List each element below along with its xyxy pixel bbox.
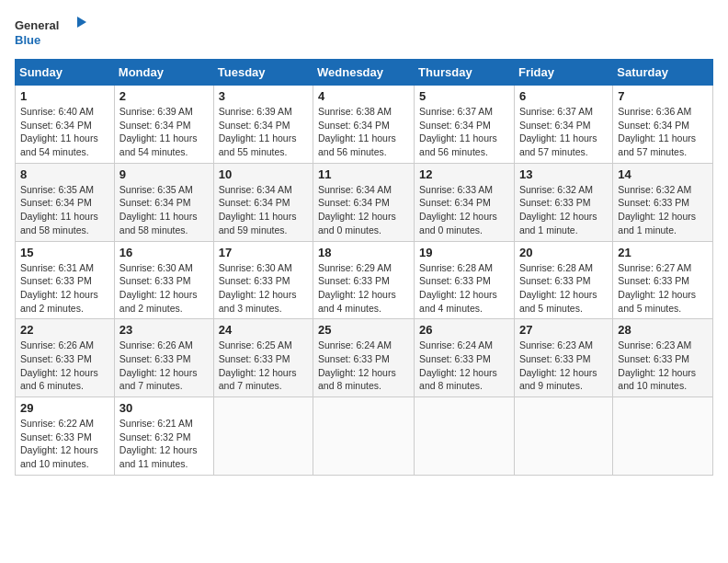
day-number: 3 — [219, 89, 308, 103]
calendar-cell: 21Sunrise: 6:27 AM Sunset: 6:33 PM Dayli… — [613, 241, 713, 319]
day-info: Sunrise: 6:35 AM Sunset: 6:34 PM Dayligh… — [20, 183, 109, 237]
calendar-cell — [415, 397, 515, 476]
calendar-cell — [514, 397, 612, 476]
calendar-cell: 13Sunrise: 6:32 AM Sunset: 6:33 PM Dayli… — [514, 163, 612, 241]
logo: General Blue — [15, 15, 88, 52]
col-tuesday: Tuesday — [213, 60, 313, 86]
calendar-cell: 30Sunrise: 6:21 AM Sunset: 6:32 PM Dayli… — [114, 397, 213, 476]
calendar-cell: 26Sunrise: 6:24 AM Sunset: 6:33 PM Dayli… — [415, 319, 515, 397]
logo-svg: General Blue — [15, 15, 88, 52]
column-headers: SundayMondayTuesdayWednesdayThursdayFrid… — [16, 60, 713, 86]
day-number: 26 — [419, 323, 509, 337]
calendar-cell: 20Sunrise: 6:28 AM Sunset: 6:33 PM Dayli… — [514, 241, 612, 319]
col-sunday: Sunday — [16, 60, 115, 86]
day-number: 12 — [419, 167, 509, 181]
calendar-cell: 22Sunrise: 6:26 AM Sunset: 6:33 PM Dayli… — [16, 319, 115, 397]
day-info: Sunrise: 6:34 AM Sunset: 6:34 PM Dayligh… — [219, 183, 308, 237]
week-row-1: 1Sunrise: 6:40 AM Sunset: 6:34 PM Daylig… — [16, 86, 713, 164]
day-info: Sunrise: 6:34 AM Sunset: 6:34 PM Dayligh… — [318, 183, 409, 237]
day-info: Sunrise: 6:26 AM Sunset: 6:33 PM Dayligh… — [20, 339, 109, 393]
col-saturday: Saturday — [613, 60, 713, 86]
day-number: 25 — [318, 323, 409, 337]
day-number: 21 — [618, 246, 708, 259]
day-info: Sunrise: 6:36 AM Sunset: 6:34 PM Dayligh… — [618, 105, 708, 159]
svg-text:Blue: Blue — [15, 33, 40, 47]
calendar-cell: 28Sunrise: 6:23 AM Sunset: 6:33 PM Dayli… — [613, 319, 713, 397]
svg-marker-2 — [77, 17, 86, 28]
day-info: Sunrise: 6:40 AM Sunset: 6:34 PM Dayligh… — [20, 105, 109, 159]
calendar-cell: 6Sunrise: 6:37 AM Sunset: 6:34 PM Daylig… — [514, 86, 612, 164]
day-info: Sunrise: 6:27 AM Sunset: 6:33 PM Dayligh… — [618, 261, 708, 316]
day-info: Sunrise: 6:29 AM Sunset: 6:33 PM Dayligh… — [318, 261, 409, 316]
week-row-4: 22Sunrise: 6:26 AM Sunset: 6:33 PM Dayli… — [16, 319, 713, 397]
col-wednesday: Wednesday — [313, 60, 415, 86]
day-info: Sunrise: 6:23 AM Sunset: 6:33 PM Dayligh… — [519, 339, 608, 393]
week-row-3: 15Sunrise: 6:31 AM Sunset: 6:33 PM Dayli… — [16, 241, 713, 319]
calendar-cell: 10Sunrise: 6:34 AM Sunset: 6:34 PM Dayli… — [213, 163, 313, 241]
week-row-5: 29Sunrise: 6:22 AM Sunset: 6:33 PM Dayli… — [16, 397, 713, 476]
day-info: Sunrise: 6:32 AM Sunset: 6:33 PM Dayligh… — [519, 183, 608, 237]
day-number: 17 — [219, 246, 308, 259]
calendar-cell: 27Sunrise: 6:23 AM Sunset: 6:33 PM Dayli… — [514, 319, 612, 397]
day-number: 24 — [219, 323, 308, 337]
day-info: Sunrise: 6:26 AM Sunset: 6:33 PM Dayligh… — [119, 339, 209, 393]
day-number: 1 — [20, 89, 109, 103]
day-info: Sunrise: 6:39 AM Sunset: 6:34 PM Dayligh… — [219, 105, 308, 159]
day-number: 29 — [20, 401, 109, 415]
day-number: 6 — [519, 89, 608, 103]
day-info: Sunrise: 6:31 AM Sunset: 6:33 PM Dayligh… — [20, 261, 109, 316]
day-info: Sunrise: 6:24 AM Sunset: 6:33 PM Dayligh… — [419, 339, 509, 393]
day-number: 23 — [119, 323, 209, 337]
day-info: Sunrise: 6:28 AM Sunset: 6:33 PM Dayligh… — [419, 261, 509, 316]
day-number: 16 — [119, 246, 209, 259]
day-number: 18 — [318, 246, 409, 259]
day-number: 22 — [20, 323, 109, 337]
calendar-cell: 8Sunrise: 6:35 AM Sunset: 6:34 PM Daylig… — [16, 163, 115, 241]
col-friday: Friday — [514, 60, 612, 86]
calendar-cell: 3Sunrise: 6:39 AM Sunset: 6:34 PM Daylig… — [213, 86, 313, 164]
day-number: 9 — [119, 167, 209, 181]
calendar-cell: 16Sunrise: 6:30 AM Sunset: 6:33 PM Dayli… — [114, 241, 213, 319]
day-info: Sunrise: 6:23 AM Sunset: 6:33 PM Dayligh… — [618, 339, 708, 393]
calendar-cell: 23Sunrise: 6:26 AM Sunset: 6:33 PM Dayli… — [114, 319, 213, 397]
day-info: Sunrise: 6:33 AM Sunset: 6:34 PM Dayligh… — [419, 183, 509, 237]
day-number: 5 — [419, 89, 509, 103]
calendar-cell: 15Sunrise: 6:31 AM Sunset: 6:33 PM Dayli… — [16, 241, 115, 319]
day-number: 11 — [318, 167, 409, 181]
day-number: 2 — [119, 89, 209, 103]
calendar-cell: 5Sunrise: 6:37 AM Sunset: 6:34 PM Daylig… — [415, 86, 515, 164]
calendar-cell — [313, 397, 415, 476]
day-info: Sunrise: 6:37 AM Sunset: 6:34 PM Dayligh… — [519, 105, 608, 159]
page-header: General Blue — [15, 15, 713, 52]
day-number: 19 — [419, 246, 509, 259]
day-number: 14 — [618, 167, 708, 181]
day-info: Sunrise: 6:37 AM Sunset: 6:34 PM Dayligh… — [419, 105, 509, 159]
calendar-cell: 29Sunrise: 6:22 AM Sunset: 6:33 PM Dayli… — [16, 397, 115, 476]
calendar-cell: 12Sunrise: 6:33 AM Sunset: 6:34 PM Dayli… — [415, 163, 515, 241]
day-number: 8 — [20, 167, 109, 181]
calendar-cell: 11Sunrise: 6:34 AM Sunset: 6:34 PM Dayli… — [313, 163, 415, 241]
calendar-cell: 24Sunrise: 6:25 AM Sunset: 6:33 PM Dayli… — [213, 319, 313, 397]
day-number: 10 — [219, 167, 308, 181]
day-info: Sunrise: 6:21 AM Sunset: 6:32 PM Dayligh… — [119, 417, 209, 471]
calendar-cell: 2Sunrise: 6:39 AM Sunset: 6:34 PM Daylig… — [114, 86, 213, 164]
day-number: 15 — [20, 246, 109, 259]
calendar-cell: 19Sunrise: 6:28 AM Sunset: 6:33 PM Dayli… — [415, 241, 515, 319]
day-number: 13 — [519, 167, 608, 181]
col-thursday: Thursday — [415, 60, 515, 86]
day-number: 20 — [519, 246, 608, 259]
calendar-cell: 4Sunrise: 6:38 AM Sunset: 6:34 PM Daylig… — [313, 86, 415, 164]
day-number: 7 — [618, 89, 708, 103]
col-monday: Monday — [114, 60, 213, 86]
day-info: Sunrise: 6:32 AM Sunset: 6:33 PM Dayligh… — [618, 183, 708, 237]
day-info: Sunrise: 6:30 AM Sunset: 6:33 PM Dayligh… — [219, 261, 308, 316]
calendar-cell: 14Sunrise: 6:32 AM Sunset: 6:33 PM Dayli… — [613, 163, 713, 241]
day-info: Sunrise: 6:22 AM Sunset: 6:33 PM Dayligh… — [20, 417, 109, 471]
day-info: Sunrise: 6:35 AM Sunset: 6:34 PM Dayligh… — [119, 183, 209, 237]
day-info: Sunrise: 6:38 AM Sunset: 6:34 PM Dayligh… — [318, 105, 409, 159]
day-info: Sunrise: 6:24 AM Sunset: 6:33 PM Dayligh… — [318, 339, 409, 393]
week-row-2: 8Sunrise: 6:35 AM Sunset: 6:34 PM Daylig… — [16, 163, 713, 241]
calendar-cell: 7Sunrise: 6:36 AM Sunset: 6:34 PM Daylig… — [613, 86, 713, 164]
calendar-cell — [613, 397, 713, 476]
calendar-cell: 25Sunrise: 6:24 AM Sunset: 6:33 PM Dayli… — [313, 319, 415, 397]
